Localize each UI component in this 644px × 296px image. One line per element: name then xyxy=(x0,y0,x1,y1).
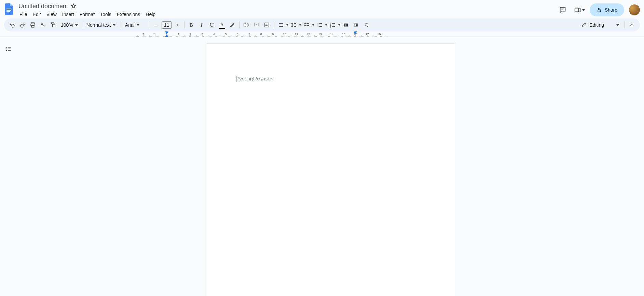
editing-mode-label: Editing xyxy=(589,22,604,28)
spellcheck-button[interactable] xyxy=(38,20,48,30)
first-line-indent-marker[interactable] xyxy=(165,31,168,34)
toolbar: 100% Normal text Arial B I U A 123 xyxy=(4,18,640,31)
redo-button[interactable] xyxy=(18,20,27,30)
paint-format-button[interactable] xyxy=(49,20,58,30)
pencil-icon xyxy=(581,22,587,28)
font-family-value: Arial xyxy=(125,22,135,28)
svg-rect-6 xyxy=(598,10,601,12)
menu-help[interactable]: Help xyxy=(143,11,158,18)
undo-button[interactable] xyxy=(8,20,17,30)
paragraph-style-dropdown[interactable]: Normal text xyxy=(84,20,119,30)
svg-point-21 xyxy=(317,23,318,24)
line-spacing-dropdown[interactable] xyxy=(289,20,301,30)
svg-point-23 xyxy=(317,26,318,27)
svg-rect-2 xyxy=(6,11,10,12)
menu-file[interactable]: File xyxy=(17,11,30,18)
increase-font-button[interactable] xyxy=(173,20,182,30)
document-canvas[interactable]: Type @ to insert xyxy=(17,38,644,296)
zoom-dropdown[interactable]: 100% xyxy=(59,20,80,30)
menu-insert[interactable]: Insert xyxy=(60,11,77,18)
increase-indent-button[interactable] xyxy=(351,20,361,30)
decrease-font-button[interactable] xyxy=(151,20,161,30)
svg-point-41 xyxy=(6,47,7,48)
font-size-input[interactable] xyxy=(162,21,172,29)
title-area: Untitled document File Edit View Insert … xyxy=(17,2,158,18)
share-button[interactable]: Share xyxy=(590,3,624,16)
decrease-indent-button[interactable] xyxy=(341,20,351,30)
svg-point-17 xyxy=(265,24,266,25)
menu-format[interactable]: Format xyxy=(77,11,97,18)
collapse-toolbar-button[interactable] xyxy=(627,20,636,30)
menu-tools[interactable]: Tools xyxy=(98,11,114,18)
svg-point-43 xyxy=(6,50,7,51)
insert-image-button[interactable] xyxy=(262,20,272,30)
text-cursor xyxy=(236,76,236,82)
svg-point-42 xyxy=(6,49,7,50)
menu-extensions[interactable]: Extensions xyxy=(114,11,142,18)
document-outline-button[interactable] xyxy=(3,44,14,54)
star-icon[interactable] xyxy=(69,2,78,10)
document-title[interactable]: Untitled document xyxy=(17,3,69,10)
text-color-button[interactable]: A xyxy=(217,20,227,30)
page[interactable]: Type @ to insert xyxy=(206,43,455,296)
numbered-list-dropdown[interactable]: 123 xyxy=(328,20,340,30)
menu-view[interactable]: View xyxy=(44,11,59,18)
highlight-color-button[interactable] xyxy=(228,20,237,30)
svg-rect-1 xyxy=(6,10,11,11)
bullet-list-dropdown[interactable] xyxy=(315,20,327,30)
lock-icon xyxy=(597,7,602,13)
zoom-value: 100% xyxy=(61,22,73,28)
account-avatar[interactable] xyxy=(629,4,640,15)
svg-text:3: 3 xyxy=(330,26,331,28)
print-button[interactable] xyxy=(28,20,38,30)
svg-rect-16 xyxy=(265,23,269,27)
svg-point-22 xyxy=(317,25,318,25)
insert-link-button[interactable] xyxy=(242,20,251,30)
comments-icon[interactable] xyxy=(556,3,569,16)
checklist-dropdown[interactable] xyxy=(302,20,314,30)
right-indent-marker[interactable] xyxy=(354,31,357,34)
svg-rect-0 xyxy=(6,9,11,9)
placeholder-text: Type @ to insert xyxy=(236,76,425,81)
svg-rect-5 xyxy=(575,8,578,12)
docs-app-icon[interactable] xyxy=(5,3,14,15)
header-right: Share xyxy=(556,2,640,16)
paragraph-style-value: Normal text xyxy=(86,22,111,28)
underline-button[interactable]: U xyxy=(207,20,217,30)
bold-button[interactable]: B xyxy=(187,20,196,30)
ruler[interactable]: 21123456789101112131415161718 xyxy=(0,31,644,37)
font-family-dropdown[interactable]: Arial xyxy=(123,20,147,30)
meet-button[interactable] xyxy=(574,6,585,14)
chevron-down-icon xyxy=(582,9,585,11)
menu-edit[interactable]: Edit xyxy=(30,11,43,18)
italic-button[interactable]: I xyxy=(197,20,206,30)
clear-formatting-button[interactable] xyxy=(361,20,371,30)
editing-mode-dropdown[interactable]: Editing xyxy=(578,20,622,30)
share-label: Share xyxy=(605,7,617,13)
menu-bar: File Edit View Insert Format Tools Exten… xyxy=(17,10,158,18)
align-dropdown[interactable] xyxy=(276,20,288,30)
header: Untitled document File Edit View Insert … xyxy=(0,0,644,18)
left-indent-marker[interactable] xyxy=(165,34,168,37)
add-comment-button[interactable] xyxy=(252,20,261,30)
